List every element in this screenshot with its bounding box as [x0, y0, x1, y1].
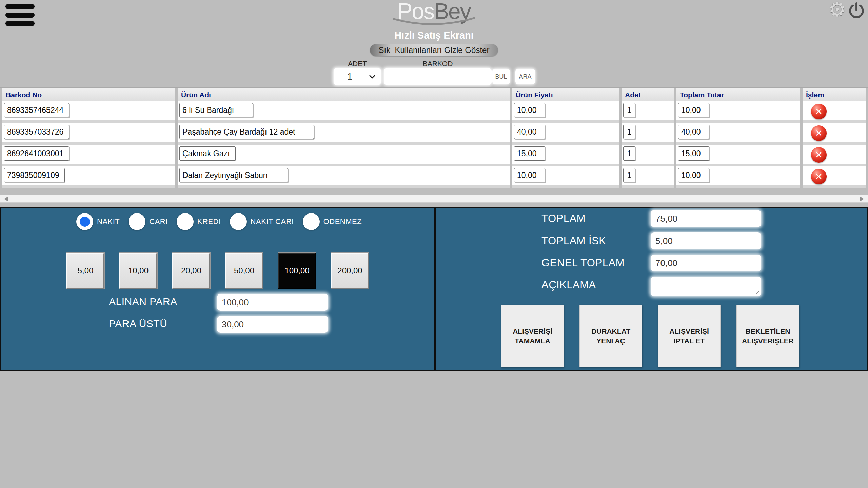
payment-method-label: ODENMEZ	[323, 217, 362, 226]
radio-circle[interactable]	[230, 213, 247, 230]
pause-open-new-button[interactable]: DURAKLAT YENİ AÇ	[579, 305, 642, 367]
button-line2: TAMAMLA	[515, 336, 550, 345]
delete-row-button[interactable]: ✕	[811, 104, 827, 119]
held-sales-button[interactable]: BEKLETİLEN ALIŞVERİŞLER	[736, 305, 799, 367]
table-row: ✕	[2, 145, 866, 166]
para-ustu-input[interactable]	[217, 316, 328, 333]
payment-method-label: NAKİT	[97, 217, 120, 226]
denomination-label: 100,00	[284, 266, 309, 276]
button-line1: DURAKLAT	[591, 327, 630, 336]
price-input[interactable]	[514, 103, 545, 117]
barkod-label: BARKOD	[384, 60, 492, 68]
quick-sale-screen: PosBey Hızlı Satış Ekranı Sık Kullanılan…	[0, 0, 868, 488]
barcode-input[interactable]	[4, 103, 69, 117]
radio-circle[interactable]	[129, 213, 145, 230]
toplam-isk-input[interactable]	[651, 232, 761, 249]
column-header-islem: İşlem	[803, 88, 866, 101]
alinan-para-input[interactable]	[217, 294, 328, 311]
total-input[interactable]	[678, 146, 709, 161]
product-name-input[interactable]	[179, 125, 314, 139]
search-row: ADET 1 BARKOD BUL ARA	[332, 60, 542, 88]
delete-x-icon: ✕	[815, 106, 823, 117]
aciklama-label: AÇIKLAMA	[541, 279, 596, 291]
delete-row-button[interactable]: ✕	[811, 125, 827, 141]
complete-sale-button[interactable]: ALIŞVERİŞİ TAMAMLA	[501, 305, 564, 367]
button-line2: İPTAL ET	[674, 336, 705, 345]
denomination-button[interactable]: 5,00	[66, 253, 104, 289]
denomination-label: 20,00	[181, 266, 201, 276]
bul-button[interactable]: BUL	[492, 69, 510, 84]
favorites-toggle-button[interactable]: Sık Kullanılanları Gizle Göster	[370, 44, 498, 56]
genel-toplam-label: GENEL TOPLAM	[541, 257, 625, 269]
genel-toplam-input[interactable]	[651, 255, 761, 271]
radio-circle[interactable]	[303, 213, 320, 230]
qty-input[interactable]	[623, 146, 635, 161]
delete-x-icon: ✕	[815, 128, 823, 139]
button-line1: ALIŞVERİŞİ	[513, 327, 552, 336]
payment-method-radio[interactable]: NAKİT CARİ	[230, 213, 294, 230]
payment-left-section: NAKİT CARİ KREDİ NAKİT CARİ	[1, 208, 434, 370]
qty-input[interactable]	[623, 103, 635, 117]
payment-method-radio[interactable]: NAKİT	[76, 213, 120, 230]
toplam-input[interactable]	[651, 210, 761, 227]
qty-input[interactable]	[623, 125, 635, 139]
product-name-input[interactable]	[179, 168, 288, 182]
denomination-button[interactable]: 10,00	[119, 253, 157, 289]
total-input[interactable]	[678, 168, 709, 182]
delete-x-icon: ✕	[815, 171, 823, 182]
power-icon	[848, 2, 865, 20]
total-input[interactable]	[678, 125, 709, 139]
barcode-input[interactable]	[4, 168, 65, 182]
payment-method-radio[interactable]: ODENMEZ	[303, 213, 362, 230]
denomination-group: 5,00 10,00 20,00 50,00 100,00 200,00	[66, 253, 369, 289]
power-button[interactable]	[848, 2, 865, 21]
delete-row-button[interactable]: ✕	[811, 147, 827, 163]
denomination-button[interactable]: 50,00	[225, 253, 263, 289]
barkod-input[interactable]	[384, 68, 492, 85]
column-header-adet: Adet	[622, 88, 674, 101]
denomination-button[interactable]: 100,00	[278, 253, 316, 289]
logo-swoosh	[392, 17, 476, 27]
aciklama-textarea[interactable]	[651, 277, 761, 296]
page-title: Hızlı Satış Ekranı	[394, 30, 474, 41]
barcode-input[interactable]	[4, 125, 69, 139]
table-row: ✕	[2, 101, 866, 123]
denomination-label: 50,00	[234, 266, 254, 276]
button-line1: BEKLETİLEN	[746, 327, 790, 336]
denomination-button[interactable]: 20,00	[172, 253, 210, 289]
total-input[interactable]	[678, 103, 709, 117]
alinan-para-label: ALINAN PARA	[109, 296, 177, 307]
column-header-barkod-no: Barkod No	[2, 88, 175, 101]
settings-gear-icon[interactable]: ⚙	[828, 0, 846, 20]
denomination-button[interactable]: 200,00	[331, 253, 369, 289]
adet-select[interactable]: 1	[334, 68, 381, 85]
horizontal-scrollbar[interactable]	[0, 195, 868, 203]
product-name-input[interactable]	[179, 146, 236, 161]
payment-method-radio[interactable]: CARİ	[129, 213, 168, 230]
toplam-label: TOPLAM	[541, 212, 586, 225]
column-header-urun-adi: Ürün Adı	[178, 88, 510, 101]
qty-input[interactable]	[623, 168, 635, 182]
denomination-label: 5,00	[78, 266, 94, 276]
payment-right-section: TOPLAM TOPLAM İSK GENEL TOPLAM AÇIKLAMA …	[436, 208, 867, 370]
scroll-left-arrow-icon[interactable]	[4, 197, 8, 201]
button-line1: ALIŞVERİŞİ	[669, 327, 709, 336]
ara-button[interactable]: ARA	[515, 69, 535, 84]
payment-method-radio[interactable]: KREDİ	[177, 213, 221, 230]
delete-row-button[interactable]: ✕	[811, 169, 827, 184]
column-header-toplam-tutar: Toplam Tutar	[676, 88, 800, 101]
items-table: Barkod No Ürün Adı Ürün Fiyatı Adet Topl…	[0, 87, 868, 188]
price-input[interactable]	[514, 168, 545, 182]
denomination-label: 10,00	[128, 266, 149, 276]
table-row: ✕	[2, 166, 866, 188]
delete-x-icon: ✕	[815, 150, 823, 160]
cancel-sale-button[interactable]: ALIŞVERİŞİ İPTAL ET	[658, 305, 721, 367]
price-input[interactable]	[514, 146, 545, 161]
product-name-input[interactable]	[179, 103, 253, 117]
para-ustu-label: PARA ÜSTÜ	[109, 318, 167, 329]
price-input[interactable]	[514, 125, 545, 139]
barcode-input[interactable]	[4, 146, 69, 161]
scroll-right-arrow-icon[interactable]	[860, 197, 864, 201]
radio-circle[interactable]	[76, 213, 93, 230]
radio-circle[interactable]	[177, 213, 194, 230]
